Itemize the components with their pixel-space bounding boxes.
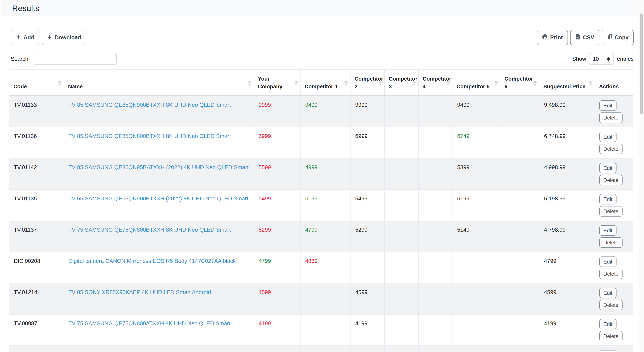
product-link[interactable]: TV 85 SAMSUNG QE85QN900BTXXH 8K UHD Neo … — [68, 102, 231, 108]
cell-actions: EditDelete — [595, 96, 633, 127]
cell-competitor-3 — [384, 252, 418, 283]
column-header-competitor-5[interactable]: Competitor 5 — [452, 70, 500, 96]
column-label: Code — [14, 83, 27, 89]
cell-competitor-3 — [384, 189, 418, 221]
table-row: TV.00987TV 75 SAMSUNG QE75QN800ATXXH 8K … — [9, 314, 633, 345]
cell-competitor-3 — [384, 221, 418, 252]
cell-competitor-6 — [500, 252, 539, 283]
edit-button[interactable]: Edit — [600, 256, 616, 267]
cell-your-company: 4799 — [254, 252, 300, 283]
scrollbar[interactable] — [639, 0, 644, 352]
cell-competitor-5 — [452, 283, 500, 314]
cell-competitor-1 — [300, 283, 350, 314]
delete-button[interactable]: Delete — [600, 237, 622, 248]
column-header-your-company[interactable]: Your Company — [254, 70, 300, 96]
show-label: Show — [572, 56, 586, 62]
cell-name: TV 85 SAMSUNG QE85QN900BTXXH 8K UHD Neo … — [64, 96, 254, 127]
sort-arrows-icon — [344, 80, 348, 86]
product-link[interactable]: Digital camera CANON Mirrorless EOS R5 B… — [68, 258, 236, 264]
table-row: TV.01133TV 85 SAMSUNG QE85QN900BTXXH 8K … — [9, 96, 633, 127]
product-link[interactable]: TV 85 SONY XR85X90KAEP 4K UHD LED Smart … — [68, 289, 211, 295]
column-header-suggested-price[interactable]: Suggested Price — [539, 70, 595, 96]
column-label: Suggested Price — [544, 83, 586, 89]
edit-button[interactable]: Edit — [600, 225, 616, 236]
cell-competitor-3 — [384, 314, 418, 345]
delete-button[interactable]: Delete — [600, 113, 622, 123]
cell-competitor-4 — [418, 189, 452, 221]
cell-competitor-1 — [300, 314, 350, 345]
cell-name: TV 75 SAMSUNG QE75QN800BTXXH 8K UHD Neo … — [64, 221, 254, 252]
delete-button[interactable]: Delete — [600, 144, 622, 154]
edit-button[interactable]: Edit — [600, 194, 616, 204]
column-header-competitor-2[interactable]: Competitor 2 — [350, 70, 384, 96]
delete-button[interactable]: Delete — [600, 175, 622, 185]
cell-competitor-3 — [384, 96, 418, 127]
column-header-competitor-3[interactable]: Competitor 3 — [384, 70, 418, 96]
cell-your-company: 5299 — [254, 221, 300, 252]
product-link[interactable]: TV 85 SAMSUNG QE85QN85BATXXH 4K UHD Neo … — [68, 351, 231, 352]
copy-button-label: Copy — [615, 34, 629, 41]
delete-button[interactable]: Delete — [600, 300, 622, 310]
page-size-value: 10 — [593, 56, 599, 62]
table-controls: Search: Show 10 entries — [11, 53, 634, 65]
table-row: TV.01135TV 65 SAMSUNG QE65QN900BTXXH (20… — [9, 189, 633, 221]
column-header-competitor-4[interactable]: Competitor 4 — [418, 70, 452, 96]
edit-button[interactable]: Edit — [600, 100, 616, 111]
scrollbar-thumb[interactable] — [640, 14, 643, 114]
csv-button-label: CSV — [583, 34, 594, 41]
page-title: Results — [12, 4, 40, 13]
product-link[interactable]: TV 75 SAMSUNG QE75QN800BTXXH 8K UHD Neo … — [68, 226, 231, 232]
copy-button[interactable]: Copy — [602, 30, 634, 45]
cell-suggested-price: 4799 — [539, 252, 595, 283]
product-link[interactable]: TV 75 SAMSUNG QE75QN800ATXXH 8K UHD Neo … — [68, 320, 230, 326]
printer-icon — [542, 34, 548, 41]
delete-button[interactable]: Delete — [600, 206, 622, 217]
edit-button[interactable]: Edit — [600, 163, 616, 173]
edit-button[interactable]: Edit — [600, 287, 616, 298]
product-link[interactable]: TV 85 SAMSUNG QE85QN800BTXXH 8K UHD Neo … — [68, 133, 231, 139]
download-button[interactable]: Download — [42, 30, 86, 45]
cell-competitor-4 — [418, 96, 452, 127]
print-button[interactable]: Print — [537, 30, 568, 45]
cell-your-company: 9999 — [254, 96, 300, 127]
cell-name: TV 75 SAMSUNG QE75QN800ATXXH 8K UHD Neo … — [64, 314, 254, 345]
cell-name: TV 85 SONY XR85X90KAEP 4K UHD LED Smart … — [64, 283, 254, 314]
delete-button[interactable]: Delete — [600, 331, 622, 341]
cell-competitor-5 — [452, 314, 500, 345]
table-row: TV.01137TV 75 SAMSUNG QE75QN800BTXXH 8K … — [9, 221, 633, 252]
product-link[interactable]: TV 65 SAMSUNG QE65QN900BTXXH (2022) 8K U… — [68, 195, 248, 201]
delete-button[interactable]: Delete — [600, 269, 622, 279]
add-button[interactable]: Add — [11, 30, 39, 45]
cell-suggested-price: 6,748.99 — [539, 127, 595, 158]
cell-competitor-5 — [452, 252, 500, 283]
edit-button[interactable]: Edit — [600, 319, 616, 329]
cell-actions: EditDelete — [595, 345, 633, 352]
cell-your-company: 4499 — [254, 345, 300, 352]
edit-button[interactable]: Edit — [600, 131, 616, 142]
cell-competitor-2: 5299 — [350, 221, 384, 252]
column-label: Actions — [599, 83, 619, 89]
edit-button[interactable]: Edit — [600, 350, 616, 352]
cell-suggested-price: 4,998.99 — [539, 158, 595, 189]
column-header-name[interactable]: Name — [64, 70, 254, 96]
search-input[interactable] — [33, 53, 117, 65]
csv-file-icon-button[interactable]: CSV — [570, 30, 600, 45]
cell-competitor-4 — [418, 314, 452, 345]
page-size-select[interactable]: 10 — [589, 53, 614, 65]
cell-suggested-price: 4,798.99 — [539, 221, 595, 252]
product-link[interactable]: TV 85 SAMSUNG QE85QN95BATXXH (2022) 4K U… — [68, 164, 248, 170]
cell-name: Digital camera CANON Mirrorless EOS R5 B… — [64, 252, 254, 283]
column-header-competitor-1[interactable]: Competitor 1 — [300, 70, 350, 96]
cell-competitor-6 — [500, 189, 539, 221]
column-header-competitor-6[interactable]: Competitor 6 — [500, 70, 539, 96]
column-header-code[interactable]: Code — [9, 70, 64, 96]
download-button-label: Download — [55, 34, 81, 41]
cell-competitor-4 — [418, 127, 452, 158]
cell-actions: EditDelete — [595, 283, 633, 314]
cell-suggested-price: 4199 — [539, 314, 595, 345]
search-label: Search: — [11, 56, 30, 62]
cell-competitor-1: 4799 — [300, 221, 350, 252]
cell-suggested-price: 4599 — [539, 283, 595, 314]
cell-actions: EditDelete — [595, 314, 633, 345]
cell-competitor-2: 5499 — [350, 189, 384, 221]
